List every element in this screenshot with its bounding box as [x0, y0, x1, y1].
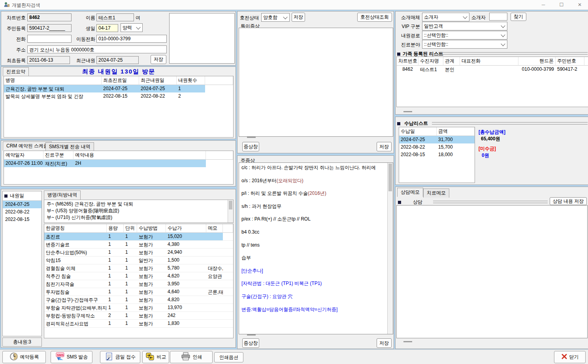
column-header[interactable]: [205, 76, 233, 85]
address-field[interactable]: 경기 오산시 누읍동 0000000호: [27, 45, 167, 53]
tab-crm-schedule[interactable]: CRM 예약된 스케줄: [3, 141, 52, 151]
maximize-button[interactable]: ☐: [552, 0, 571, 9]
table-row[interactable]: 투자법침술11보험가4,640곤륜,태계: [44, 288, 233, 296]
compare-button[interactable]: 비교: [142, 351, 169, 363]
consult-save-button[interactable]: 상담 내용 저장: [550, 197, 587, 205]
column-header[interactable]: 예약내용: [74, 151, 206, 160]
column-header[interactable]: 병명: [4, 76, 102, 85]
column-header[interactable]: 내원횟수: [177, 76, 205, 85]
improvement-lookup-button[interactable]: 호전상태조회: [357, 13, 392, 22]
column-header[interactable]: [584, 57, 588, 66]
symptom-scrollbar[interactable]: [387, 163, 393, 334]
h-scrollbar-hint[interactable]: [403, 111, 412, 112]
table-cell: 1: [124, 249, 137, 256]
column-header[interactable]: 수납일: [399, 127, 437, 136]
tab-treatment-memo[interactable]: 치료메모: [423, 189, 449, 198]
table-row[interactable]: 변증기술료11보험가4,380: [44, 241, 233, 249]
symptom-window-button[interactable]: 증상창: [242, 142, 259, 151]
print-options-button[interactable]: 인쇄옵션: [214, 352, 243, 362]
close-button[interactable]: 닫기: [554, 351, 586, 363]
table-row[interactable]: 2022-08-1518,000: [399, 151, 475, 158]
h-scrollbar-hint[interactable]: [247, 137, 256, 138]
symptom-window-button-2[interactable]: 증상창: [242, 338, 259, 348]
tab-sms-history[interactable]: SMS개별 전송 내역: [45, 142, 94, 151]
column-header[interactable]: [223, 224, 233, 233]
vip-dropdown[interactable]: 일반고객: [422, 22, 507, 30]
tab-consult-memo[interactable]: 상담메모: [397, 188, 423, 197]
column-header[interactable]: 핸드폰: [518, 57, 556, 66]
print-button[interactable]: 인쇄: [170, 351, 213, 363]
table-row[interactable]: 구술(간접구)-간접애주구11보험가4,820: [44, 296, 233, 304]
diagnosis-scrollbar[interactable]: [228, 200, 233, 223]
table-row[interactable]: 침전기자극술11보험가3,950: [44, 280, 233, 288]
column-header[interactable]: 진료구분: [43, 151, 74, 160]
scrollbar-thumb[interactable]: [388, 164, 392, 191]
improvement-dropdown[interactable]: 양호함: [261, 13, 290, 22]
close-window-button[interactable]: ✕: [571, 0, 588, 9]
today-reception-button[interactable]: 금일 접수: [100, 351, 140, 363]
column-header[interactable]: 한글명칭: [44, 224, 107, 233]
symptom-save-button[interactable]: 저장: [377, 338, 392, 348]
table-row[interactable]: 경피적외선조사요법11보험가1,830: [44, 320, 233, 328]
h-scrollbar-hint[interactable]: [247, 334, 256, 336]
table-row[interactable]: 2024-07-26 11:00재진(치료)2H: [4, 160, 233, 167]
calendar-type-dropdown[interactable]: 양력: [121, 23, 143, 32]
tab-diagnosis-prescription[interactable]: 병명/처방내역: [44, 190, 81, 200]
table-row[interactable]: 단순추나요법(50%)11보험가24,940: [44, 249, 233, 256]
table-row[interactable]: 부항컵-동방침구제작소21보험가242: [44, 312, 233, 320]
table-row[interactable]: 약침1511일반가1,500: [44, 256, 233, 264]
main-symptom-textarea[interactable]: c/c : 허리가 아프다. 손발가락 장딴지 쥐나는 느낌이난다. 허리에o/…: [239, 162, 393, 334]
column-header[interactable]: 최초진료일: [102, 76, 139, 85]
table-cell: 010-0000-3799: [518, 66, 556, 73]
patient-save-button[interactable]: 저장: [151, 55, 166, 64]
consult-memo-textarea[interactable]: [396, 205, 588, 338]
column-header[interactable]: 수납방법: [137, 224, 166, 233]
improvement-save-button[interactable]: 저장: [292, 13, 305, 22]
column-header[interactable]: 금액: [437, 127, 475, 136]
visit-date-item[interactable]: 2024-07-25: [3, 201, 41, 208]
table-row[interactable]: 초진료11보험가15,020: [44, 233, 233, 241]
reservation-button[interactable]: 예약등록: [2, 351, 46, 363]
column-header[interactable]: 수진자명: [418, 57, 443, 66]
treatment-field-dropdown[interactable]: ::선택안함::: [422, 40, 507, 49]
table-row[interactable]: 2022-08-2215,700: [399, 143, 475, 151]
visit-route-dropdown[interactable]: ::선택안함::: [422, 31, 507, 40]
visit-date-item[interactable]: 2022-08-15: [3, 216, 41, 223]
h-scrollbar-hint[interactable]: [403, 341, 412, 342]
referral-media-dropdown[interactable]: 소개자: [422, 13, 469, 21]
minimize-button[interactable]: ─: [534, 0, 552, 9]
column-header[interactable]: 최근내원일: [139, 76, 177, 85]
column-header[interactable]: 메모: [206, 224, 223, 233]
name-field[interactable]: 테스트1: [96, 13, 134, 21]
table-row[interactable]: 경혈침술 이체11보험가5,780대장수,위중: [44, 264, 233, 272]
sms-send-button[interactable]: SMS SMS 발송: [51, 351, 92, 363]
special-symptom-textarea[interactable]: [239, 28, 393, 137]
column-header[interactable]: 차트번호: [397, 57, 418, 66]
chart-no-field[interactable]: 8462: [27, 13, 72, 21]
column-header[interactable]: 단위: [124, 224, 137, 233]
phone-field[interactable]: [27, 35, 72, 43]
mobile-field[interactable]: 010-0000-3799: [96, 35, 167, 43]
table-row[interactable]: 척추간 침술11보험가4,620요양관: [44, 272, 233, 280]
column-header[interactable]: 수납가: [166, 224, 206, 233]
column-header[interactable]: 관계: [443, 57, 460, 66]
recent-visit-field[interactable]: 2024-07-25: [96, 56, 139, 64]
table-row[interactable]: 근육긴장, 골반 부분 및 대퇴2024-07-252024-07-251: [4, 85, 233, 92]
table-row[interactable]: 부항술 자락관법(요배부,하지부11보험가13,970: [44, 304, 233, 312]
scrollbar-thumb[interactable]: [229, 201, 232, 209]
column-header[interactable]: 용량: [107, 224, 124, 233]
column-header[interactable]: 예약일자: [4, 151, 43, 160]
table-row[interactable]: 발목의 상세불명 부분의 염좌 및 긴장2022-08-152022-08-22…: [4, 92, 233, 100]
first-reg-field[interactable]: 2011-06-13: [27, 56, 70, 64]
column-header[interactable]: 대표전화: [460, 57, 518, 66]
table-row[interactable]: 8462테스트1본인010-0000-3799590417-2: [397, 66, 588, 73]
referrer-field[interactable]: [489, 13, 507, 21]
birth-field[interactable]: 04-17: [96, 24, 118, 32]
column-header[interactable]: [206, 151, 233, 160]
find-referrer-button[interactable]: 찾기: [511, 13, 526, 21]
visit-date-item[interactable]: 2022-08-22: [3, 208, 41, 216]
table-row[interactable]: 2024-07-2531,700: [399, 136, 475, 143]
special-save-button[interactable]: 저장: [377, 142, 392, 151]
ssn-field[interactable]: 590417-2______: [27, 24, 72, 32]
column-header[interactable]: 주민번호: [556, 57, 584, 66]
